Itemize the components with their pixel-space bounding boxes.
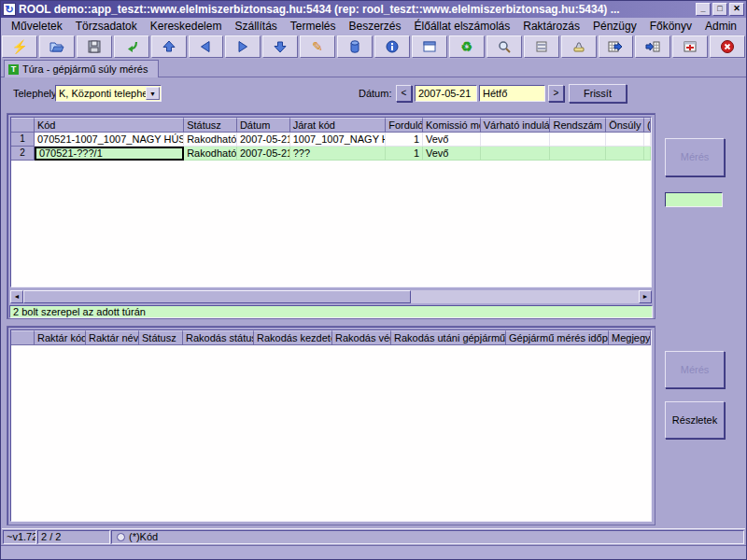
col-fordulo[interactable]: Forduló [386, 118, 423, 133]
table-close-icon [683, 39, 698, 54]
title-bar: ↻ ROOL demo::app_teszt::www.elelmiszerbi… [1, 1, 746, 18]
col-raktar-kod[interactable]: Raktár kód [35, 330, 86, 345]
menu-penzugy[interactable]: Pénzügy [586, 19, 643, 34]
col-jarat-kod[interactable]: Járat kód [290, 118, 387, 133]
cell-varhato[interactable] [481, 147, 551, 161]
col-meres-idopontja[interactable]: Gépjármű mérés időpontja [506, 330, 609, 345]
col-onsuly[interactable]: Önsúly (kg) [606, 118, 644, 133]
maximize-button[interactable]: □ [712, 3, 727, 16]
workspace: Telephely: K, Központi telephely ▼ Dátum… [1, 77, 746, 528]
cell-fordulo[interactable]: 1 [386, 133, 423, 147]
close-button[interactable]: ✕ [729, 3, 744, 16]
cell-datum[interactable]: 2007-05-21 [237, 133, 290, 147]
col-raktar-nev[interactable]: Raktár név [86, 330, 139, 345]
next-record-button[interactable] [225, 35, 261, 58]
refresh-button[interactable]: ♻ [449, 35, 485, 58]
cell-cut[interactable] [644, 133, 651, 147]
cell-fordulo[interactable]: 1 [386, 147, 423, 161]
menu-kereskedelem[interactable]: Kereskedelem [144, 19, 229, 34]
col-cut[interactable]: ( [644, 118, 651, 133]
cell-rendszam[interactable] [550, 147, 606, 161]
weight-field[interactable] [665, 192, 723, 207]
menu-eloallat[interactable]: Élőállat elszámolás [408, 19, 517, 34]
reszletek-button[interactable]: Részletek [665, 401, 725, 439]
date-field[interactable]: 2007-05-21 [415, 85, 477, 102]
menu-szallitas[interactable]: Szállítás [228, 19, 283, 34]
date-prev-button[interactable]: < [396, 85, 412, 102]
table-export-button[interactable] [599, 35, 634, 58]
table-import-button[interactable] [635, 35, 670, 58]
database-button[interactable] [337, 35, 373, 58]
cell-datum[interactable]: 2007-05-21 [237, 147, 290, 161]
tab-tura-gepjarmu-suly-meres[interactable]: T Túra - gépjármű súly mérés [4, 60, 159, 77]
cell-jarat[interactable]: 1007_1007_NAGY HÚS KFT. [290, 133, 387, 147]
cell-onsuly[interactable] [606, 133, 644, 147]
scrollbar-thumb[interactable] [23, 290, 411, 303]
minimize-button[interactable]: _ [696, 3, 711, 16]
connect-button[interactable]: ⚡ [2, 35, 37, 58]
col-megjegyzes[interactable]: Megjegyzés [609, 330, 651, 345]
col-rakodas-utani-suly[interactable]: Rakodás utáni gépjármű súly [391, 330, 506, 345]
col-statusz[interactable]: Státusz [184, 118, 237, 133]
menu-torzsadatok[interactable]: Törzsadatok [69, 19, 144, 34]
col-datum[interactable]: Dátum [237, 118, 290, 133]
cell-varhato[interactable] [481, 133, 551, 147]
radio-icon[interactable] [117, 533, 125, 541]
cell-kod[interactable]: 070521-1007_1007_NAGY HÚS KFT./1 [35, 133, 184, 147]
exit-button[interactable] [710, 35, 745, 58]
frissit-button[interactable]: Frissít [569, 84, 627, 103]
first-record-button[interactable] [151, 35, 187, 58]
cell-jarat[interactable]: ??? [290, 147, 387, 161]
col-rakodas-vege[interactable]: Rakodás vége [332, 330, 391, 345]
col-kod[interactable]: Kód [35, 118, 184, 133]
menu-beszerzes[interactable]: Beszerzés [343, 19, 408, 34]
menu-admin[interactable]: Admin [698, 19, 743, 34]
cell-komissio[interactable]: Vevő [423, 147, 481, 161]
version-label: ~v1.72X [3, 530, 36, 544]
col-rakodas-statusz[interactable]: Rakodás státusz [183, 330, 254, 345]
table-close-button[interactable] [672, 35, 708, 58]
form-button[interactable] [412, 35, 447, 58]
cell-statusz[interactable]: Rakodható [184, 133, 237, 147]
meres-button-bottom[interactable]: Mérés [665, 351, 725, 388]
horizontal-scrollbar[interactable]: ◄ ► [10, 290, 652, 303]
telephely-label: Telephely: [13, 88, 60, 99]
table-row-selected[interactable]: 2 070521-???/1 Rakodható 2007-05-21 ??? … [11, 147, 651, 161]
search-button[interactable] [486, 35, 522, 58]
info-button[interactable] [374, 35, 410, 58]
cell-rendszam[interactable] [550, 133, 606, 147]
undo-button[interactable] [114, 35, 149, 58]
col-komissio-mod[interactable]: Komissió mód [423, 118, 481, 133]
table-row[interactable]: 1 070521-1007_1007_NAGY HÚS KFT./1 Rakod… [11, 133, 651, 147]
menu-fokonyv[interactable]: Főkönyv [643, 19, 698, 34]
cell-kod-focused[interactable]: 070521-???/1 [35, 147, 184, 161]
menu-bar: Műveletek Törzsadatok Kereskedelem Száll… [1, 18, 746, 35]
cell-komissio[interactable]: Vevő [423, 133, 481, 147]
scroll-left-icon[interactable]: ◄ [10, 290, 23, 303]
datum-label: Dátum: [359, 88, 391, 99]
chevron-down-icon[interactable]: ▼ [146, 87, 160, 100]
scale-button[interactable] [561, 35, 597, 58]
date-next-button[interactable]: > [548, 85, 564, 102]
last-record-button[interactable] [262, 35, 298, 58]
stops-panel: Raktár kód Raktár név Státusz Rakodás st… [7, 326, 655, 525]
cell-onsuly[interactable] [606, 147, 644, 161]
col-rendszam[interactable]: Rendszám [550, 118, 606, 133]
edit-button[interactable]: ✎ [300, 35, 335, 58]
col-rakodas-kezdete[interactable]: Rakodás kezdete [254, 330, 332, 345]
list-view-button[interactable] [524, 35, 559, 58]
cell-cut[interactable] [644, 147, 651, 161]
open-button[interactable] [39, 35, 75, 58]
menu-muveletek[interactable]: Műveletek [5, 19, 69, 34]
col-varhato-indulas[interactable]: Várható indulás [481, 118, 551, 133]
previous-record-button[interactable] [189, 35, 224, 58]
cell-statusz[interactable]: Rakodható [184, 147, 237, 161]
col-statusz[interactable]: Státusz [139, 330, 183, 345]
telephely-combobox[interactable]: K, Központi telephely ▼ [55, 85, 162, 102]
meres-button-top[interactable]: Mérés [665, 138, 725, 176]
save-button[interactable] [77, 35, 112, 58]
menu-termeles[interactable]: Termelés [284, 19, 343, 34]
scroll-right-icon[interactable]: ► [639, 290, 652, 303]
menu-raktarozas[interactable]: Raktározás [516, 19, 586, 34]
weekday-field[interactable]: Hétfő [479, 85, 545, 102]
